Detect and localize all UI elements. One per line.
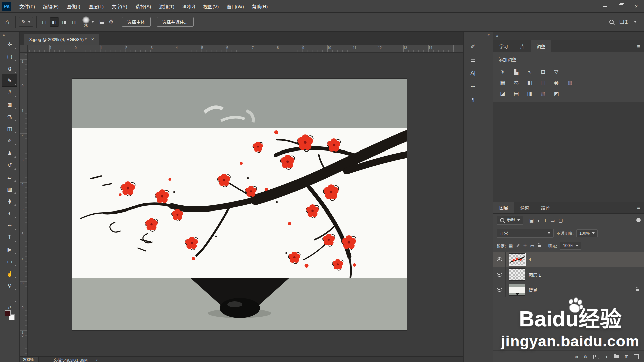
- angle-icon[interactable]: ▤: [97, 19, 107, 25]
- menu-item[interactable]: 编辑(E): [39, 0, 63, 12]
- adjustment-layer-icon[interactable]: ◑: [605, 354, 608, 359]
- crop-tool[interactable]: #: [2, 86, 17, 99]
- edit-toolbar[interactable]: ⋯: [2, 292, 17, 304]
- quick-selection-tool[interactable]: ✎: [2, 74, 17, 86]
- clone-stamp-tool[interactable]: ♟: [2, 147, 17, 159]
- layer-visibility-icon[interactable]: [497, 273, 502, 277]
- foreground-color-swatch[interactable]: [5, 310, 11, 316]
- lock-transparent-icon[interactable]: ▦: [508, 243, 513, 248]
- layer-visibility-icon[interactable]: [497, 257, 502, 261]
- status-chevron-icon[interactable]: ›: [96, 357, 98, 362]
- layer-row[interactable]: 图层 1: [493, 267, 644, 282]
- pen-tool[interactable]: ✒: [2, 219, 17, 231]
- new-layer-icon[interactable]: ⊞: [625, 354, 629, 359]
- restore-button[interactable]: [613, 0, 629, 12]
- layer-visibility-icon[interactable]: [497, 288, 502, 292]
- layer-mask-icon[interactable]: [593, 355, 599, 359]
- brush-settings-icon[interactable]: ✐: [466, 40, 480, 52]
- frame-tool[interactable]: ⊠: [2, 99, 17, 111]
- channel-mixer-icon[interactable]: ◉: [552, 78, 561, 86]
- move-tool[interactable]: ✛: [2, 38, 17, 50]
- healing-brush-tool[interactable]: ◫: [2, 123, 17, 135]
- type-tool[interactable]: T: [2, 231, 17, 243]
- filter-adjustment-icon[interactable]: ◐: [537, 218, 540, 223]
- lock-artboard-icon[interactable]: ▭: [530, 243, 534, 248]
- group-layers-icon[interactable]: [614, 355, 619, 358]
- exposure-icon[interactable]: ⊞: [538, 68, 548, 76]
- history-brush-tool[interactable]: ↺: [2, 159, 17, 171]
- curves-icon[interactable]: ∿: [525, 68, 534, 76]
- tab-paths[interactable]: 路径: [535, 202, 556, 213]
- close-button[interactable]: ×: [629, 0, 644, 12]
- eyedropper-tool[interactable]: ⚗: [2, 111, 17, 123]
- chevron-down-icon[interactable]: [634, 21, 637, 23]
- tab-layers[interactable]: 图层: [493, 202, 514, 213]
- filter-pixel-icon[interactable]: ▣: [529, 218, 534, 223]
- layer-style-icon[interactable]: fx: [584, 354, 587, 359]
- lock-paint-icon[interactable]: ✐: [516, 243, 520, 248]
- lock-move-icon[interactable]: ✛: [523, 243, 527, 248]
- color-swatches[interactable]: [5, 310, 15, 320]
- home-icon[interactable]: ⌂: [3, 18, 12, 26]
- zoom-tool[interactable]: ⚲: [2, 280, 17, 292]
- tool-preset-picker[interactable]: ✎: [19, 17, 33, 27]
- brightness-contrast-icon[interactable]: ☀: [498, 68, 507, 76]
- tab-libraries[interactable]: 库: [514, 40, 531, 52]
- selective-color-icon[interactable]: ◩: [552, 89, 561, 97]
- gradient-tool[interactable]: ▨: [2, 183, 17, 195]
- new-selection-icon[interactable]: ▢: [40, 18, 49, 26]
- photo-filter-icon[interactable]: ◫: [538, 78, 548, 86]
- marquee-tool[interactable]: ▢: [2, 50, 17, 62]
- color-balance-icon[interactable]: ⚖: [512, 78, 521, 86]
- blur-tool[interactable]: ⧫: [2, 195, 17, 207]
- hue-saturation-icon[interactable]: ▦: [498, 78, 507, 86]
- tab-close-icon[interactable]: ×: [91, 37, 94, 42]
- document-tab[interactable]: 3.jpeg @ 200% (4, RGB/8#) * ×: [24, 34, 99, 45]
- menu-item[interactable]: 文件(F): [15, 0, 39, 12]
- character-icon[interactable]: A|: [466, 67, 480, 79]
- glyphs-icon[interactable]: ⚏: [466, 80, 480, 93]
- black-white-icon[interactable]: ◧: [525, 78, 534, 86]
- zoom-level-field[interactable]: 200%: [20, 357, 38, 362]
- lock-all-icon[interactable]: [538, 245, 541, 247]
- canvas-image[interactable]: [72, 79, 407, 330]
- select-and-mask-button[interactable]: 选择并遮住...: [157, 17, 194, 27]
- lasso-tool[interactable]: ϱ: [2, 62, 17, 74]
- canvas-viewport[interactable]: 101234567891011121314 1012345678910: [20, 45, 463, 356]
- invert-icon[interactable]: ◪: [498, 89, 507, 97]
- brush-tool[interactable]: ✐: [2, 135, 17, 147]
- link-layers-icon[interactable]: ∞: [575, 354, 578, 359]
- dodge-tool[interactable]: ◐: [2, 207, 17, 219]
- fill-field[interactable]: 100%: [560, 242, 581, 250]
- menu-item[interactable]: 文字(Y): [108, 0, 131, 12]
- tab-learn[interactable]: 学习: [493, 40, 514, 52]
- minimize-button[interactable]: [598, 0, 613, 12]
- vibrance-icon[interactable]: ▽: [552, 68, 561, 76]
- intersect-selection-icon[interactable]: ◫: [70, 18, 79, 26]
- menu-item[interactable]: 帮助(H): [248, 0, 272, 12]
- tool-options-gear-icon[interactable]: ⚙: [107, 19, 116, 25]
- document-info-field[interactable]: 文档:549.3K/1.89M ›: [38, 357, 463, 362]
- tab-adjustments[interactable]: 调整: [531, 40, 551, 52]
- share-icon[interactable]: ↥: [624, 19, 629, 25]
- menu-item[interactable]: 滤镜(T): [155, 0, 178, 12]
- clone-source-icon[interactable]: ⚌: [466, 54, 480, 66]
- hand-tool[interactable]: ☝: [2, 267, 17, 280]
- filter-shape-icon[interactable]: ▭: [550, 218, 555, 223]
- blend-mode-select[interactable]: 正常: [497, 229, 554, 238]
- add-selection-icon[interactable]: ◧: [50, 18, 59, 26]
- color-lookup-icon[interactable]: ▩: [565, 78, 575, 86]
- gradient-map-icon[interactable]: ▧: [538, 89, 548, 97]
- brush-size-picker[interactable]: 28: [82, 16, 94, 28]
- tab-channels[interactable]: 通道: [514, 202, 535, 213]
- collapse-toolbar-icon[interactable]: »: [0, 32, 8, 38]
- filter-type-icon[interactable]: T: [544, 218, 547, 223]
- posterize-icon[interactable]: ▤: [512, 89, 521, 97]
- menu-item[interactable]: 图像(I): [63, 0, 85, 12]
- layer-row[interactable]: 4: [493, 252, 644, 267]
- paragraph-icon[interactable]: ¶: [466, 94, 480, 106]
- threshold-icon[interactable]: ◨: [525, 89, 534, 97]
- menu-item[interactable]: 视图(V): [199, 0, 223, 12]
- levels-icon[interactable]: ▙: [512, 68, 521, 76]
- menu-item[interactable]: 窗口(W): [223, 0, 248, 12]
